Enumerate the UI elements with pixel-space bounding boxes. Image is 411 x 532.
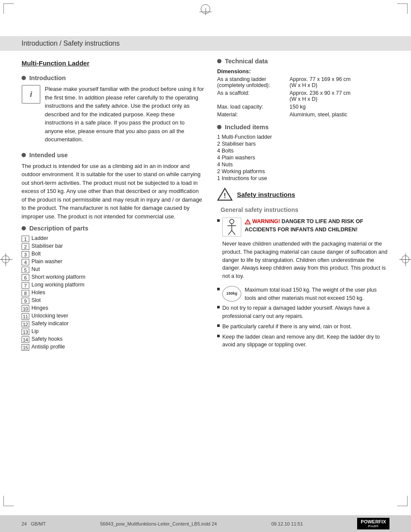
part-label: Nut bbox=[31, 266, 40, 272]
parts-list-item: 10Hinges bbox=[22, 305, 204, 312]
included-list-item: 2 Working platforms bbox=[217, 168, 389, 174]
part-number: 15 bbox=[22, 344, 29, 351]
warning-title-text: WARNING! bbox=[252, 218, 280, 224]
part-label: Lip bbox=[31, 328, 39, 334]
right-column: Technical data Dimensions: As a standing… bbox=[217, 58, 389, 354]
included-list-item: 4 Plain washers bbox=[217, 155, 389, 161]
desc-title-text: Description of parts bbox=[29, 225, 88, 232]
load-bullet-sq bbox=[217, 288, 220, 290]
part-label: Antislip profile bbox=[31, 344, 65, 350]
standing-unfolded-value: Approx. 77 x 169 x 96 cm bbox=[290, 76, 351, 82]
material-label: Material: bbox=[217, 112, 286, 118]
reg-circle-top bbox=[201, 4, 210, 14]
included-list-item: 4 Bolts bbox=[217, 148, 389, 154]
parts-list-item: 14Safety hooks bbox=[22, 336, 204, 343]
load-value: 150 kg bbox=[290, 104, 306, 110]
section-included-title: Included items bbox=[217, 124, 389, 131]
warning-bullet-sq bbox=[217, 219, 220, 222]
parts-list-item: 9Slot bbox=[22, 297, 204, 304]
tech-row-standing: As a standing ladder (completely unfolde… bbox=[217, 76, 389, 88]
included-list-item: 2 Stabiliser bars bbox=[217, 141, 389, 147]
repair-text: Do not try to repair a damaged ladder yo… bbox=[222, 304, 389, 320]
part-number: 12 bbox=[22, 321, 29, 327]
page-number: 24 bbox=[22, 521, 27, 526]
part-label: Hinges bbox=[31, 305, 48, 311]
part-number: 14 bbox=[22, 336, 29, 343]
part-label: Long working platform bbox=[31, 282, 84, 288]
reg-mark-left bbox=[2, 255, 9, 263]
left-column: Multi-Function Ladder Introduction i Ple… bbox=[22, 58, 204, 354]
clean-text: Keep the ladder clean and remove any dir… bbox=[222, 333, 389, 349]
parts-list-item: 7Long working platform bbox=[22, 282, 204, 289]
part-label: Holes bbox=[31, 289, 45, 296]
part-number: 8 bbox=[22, 290, 29, 296]
parts-list-item: 2Stabiliser bar bbox=[22, 243, 204, 250]
desc-bullet bbox=[22, 226, 26, 230]
part-number: 3 bbox=[22, 251, 29, 258]
parts-list-item: 11Unlocking lever bbox=[22, 313, 204, 320]
wind-sq bbox=[217, 324, 220, 327]
parts-list-item: 12Safety indicator bbox=[22, 320, 204, 327]
standing-unfolded-label: (completely unfolded): bbox=[217, 82, 270, 88]
warning-child-icon bbox=[222, 218, 241, 236]
svg-line-5 bbox=[228, 230, 232, 235]
included-list-item: 4 Nuts bbox=[217, 162, 389, 168]
section-desc-title: Description of parts bbox=[22, 225, 204, 232]
part-label: Bolt bbox=[31, 251, 41, 257]
tech-data-block: Dimensions: As a standing ladder (comple… bbox=[217, 68, 389, 118]
svg-text:!: ! bbox=[247, 221, 248, 224]
parts-list-item: 6Short working platform bbox=[22, 274, 204, 281]
header-title: Introduction / Safety instructions bbox=[22, 40, 120, 47]
parts-list-item: 4Plain washer bbox=[22, 258, 204, 265]
brand-name: POWERFIX bbox=[361, 519, 386, 524]
load-icon-text: 150kg bbox=[226, 291, 237, 297]
footer-page: 24 GB/MT bbox=[22, 521, 46, 526]
standing-label: As a standing ladder (completely unfolde… bbox=[217, 76, 286, 88]
part-label: Slot bbox=[31, 297, 41, 303]
part-label: Plain washer bbox=[31, 258, 62, 264]
wind-text: Be particularly careful if there is any … bbox=[222, 323, 352, 331]
tech-bullet bbox=[217, 59, 221, 63]
dimensions-label: Dimensions: bbox=[217, 68, 389, 75]
part-label: Ladder bbox=[31, 235, 48, 241]
part-number: 1 bbox=[22, 236, 29, 242]
part-label: Stabiliser bar bbox=[31, 243, 63, 249]
included-list-item: 1 Multi-Function ladder bbox=[217, 134, 389, 140]
tech-row-scaffold: As a scaffold: Approx. 236 x 90 x 77 cm … bbox=[217, 90, 389, 102]
intro-bullet bbox=[22, 76, 26, 80]
scaffold-value: Approx. 236 x 90 x 77 cm (W x H x D) bbox=[290, 90, 351, 102]
gen-safety-title-text: General safety instructions bbox=[221, 206, 299, 213]
svg-line-6 bbox=[232, 230, 235, 235]
intro-title-text: Introduction bbox=[29, 75, 66, 81]
brand-sub: Profi® bbox=[368, 524, 379, 528]
standing-value: Approx. 77 x 169 x 96 cm (W x H x D) bbox=[290, 76, 351, 88]
warning-sm-triangle: ! bbox=[245, 219, 251, 224]
wind-bullet: Be particularly careful if there is any … bbox=[217, 323, 389, 331]
section-tech-title: Technical data bbox=[217, 58, 389, 65]
scaffold-sub: (W x H x D) bbox=[290, 96, 318, 102]
part-label: Unlocking lever bbox=[31, 313, 68, 319]
warning-bullet-item: ! WARNING! DANGER TO LIFE AND RISK OF AC… bbox=[217, 218, 389, 284]
part-label: Safety indicator bbox=[31, 320, 68, 327]
warning-text-block: ! WARNING! DANGER TO LIFE AND RISK OF AC… bbox=[245, 218, 389, 236]
child-figure-svg bbox=[224, 218, 240, 236]
part-number: 7 bbox=[22, 282, 29, 289]
safety-heading: ! Safety instructions bbox=[217, 187, 389, 201]
warning-body-text: Never leave children unattended with the… bbox=[222, 240, 389, 280]
main-content: Multi-Function Ladder Introduction i Ple… bbox=[0, 51, 411, 358]
warning-triangle-icon: ! bbox=[217, 187, 233, 201]
parts-list-item: 15Antislip profile bbox=[22, 344, 204, 351]
load-note-text: Maximum total load 150 kg. The weight of… bbox=[245, 286, 389, 302]
scaffold-val-text: Approx. 236 x 90 x 77 cm bbox=[290, 90, 351, 96]
included-title-text: Included items bbox=[225, 124, 269, 131]
part-label: Safety hooks bbox=[31, 336, 62, 342]
part-label: Short working platform bbox=[31, 274, 85, 280]
info-icon: i bbox=[22, 85, 40, 104]
locale-text: GB/MT bbox=[31, 521, 46, 526]
load-bullet-item: 150kg Maximum total load 150 kg. The wei… bbox=[217, 286, 389, 302]
safety-heading-text: Safety instructions bbox=[237, 191, 295, 198]
parts-list-item: 1Ladder bbox=[22, 235, 204, 242]
included-list: 1 Multi-Function ladder2 Stabiliser bars… bbox=[217, 134, 389, 181]
footer-date: 09.12.10 11:51 bbox=[271, 521, 303, 526]
footer: 24 GB/MT 56843_pow_Mulitfunktions-Leiter… bbox=[0, 515, 411, 532]
